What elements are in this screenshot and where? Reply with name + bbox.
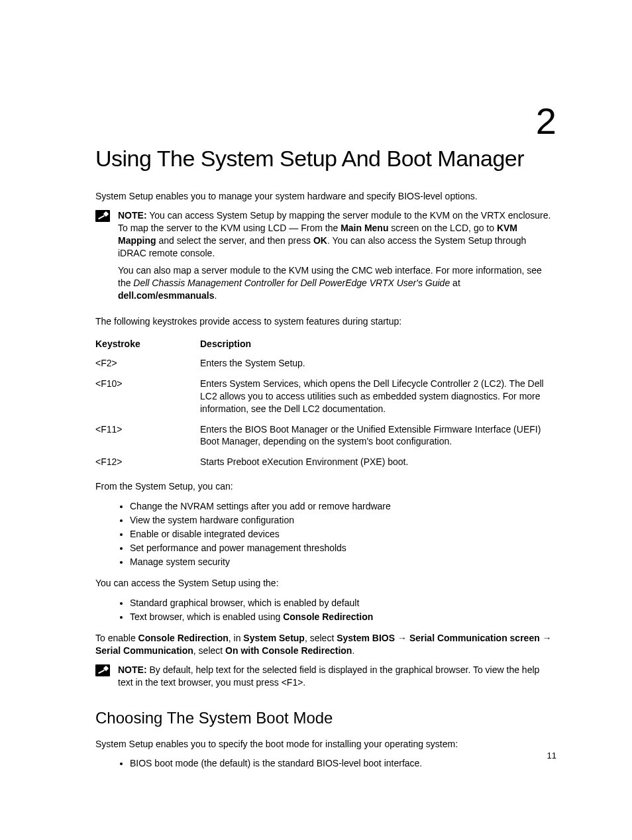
note-label: NOTE: bbox=[118, 664, 147, 675]
note-icon bbox=[95, 664, 110, 676]
document-page: 2 Using The System Setup And Boot Manage… bbox=[0, 0, 632, 840]
note1-line2b: at bbox=[450, 278, 460, 288]
cell-key: <F11> bbox=[95, 419, 200, 452]
list-item: Enable or disable integrated devices bbox=[130, 527, 556, 541]
note1-para1: NOTE: You can access System Setup by map… bbox=[118, 209, 556, 260]
chapter-number: 2 bbox=[536, 99, 556, 142]
arrow: → bbox=[395, 633, 409, 643]
console-redirection-bold: Console Redirection bbox=[138, 633, 229, 643]
cell-desc: Enters System Services, which opens the … bbox=[200, 374, 556, 419]
list-item: Set performance and power management thr… bbox=[130, 541, 556, 555]
setup-capabilities-list: Change the NVRAM settings after you add … bbox=[95, 499, 556, 569]
note-block-2: NOTE: By default, help text for the sele… bbox=[95, 664, 556, 694]
t: . bbox=[352, 645, 354, 656]
note1-period: . bbox=[215, 290, 217, 301]
doc-title-italic: Dell Chassis Management Controller for D… bbox=[133, 278, 450, 288]
list-item: Manage system security bbox=[130, 555, 556, 569]
main-menu-label: Main Menu bbox=[341, 223, 388, 233]
keystrokes-intro: The following keystrokes provide access … bbox=[95, 315, 556, 328]
table-header-row: Keystroke Description bbox=[95, 335, 556, 353]
th-keystroke: Keystroke bbox=[95, 335, 200, 353]
note-block-1: NOTE: You can access System Setup by map… bbox=[95, 209, 556, 307]
on-with-bold: On with Console Redirection bbox=[225, 645, 352, 656]
note-body: NOTE: By default, help text for the sele… bbox=[118, 664, 556, 694]
boot-mode-list: BIOS boot mode (the default) is the stan… bbox=[95, 757, 556, 770]
th-description: Description bbox=[200, 335, 556, 353]
cell-desc: Starts Preboot eXecution Environment (PX… bbox=[200, 452, 556, 472]
page-number: 11 bbox=[547, 751, 556, 761]
ok-label: OK bbox=[313, 235, 327, 246]
list-item: BIOS boot mode (the default) is the stan… bbox=[130, 757, 556, 770]
table-row: <F12> Starts Preboot eXecution Environme… bbox=[95, 452, 556, 472]
cell-key: <F12> bbox=[95, 452, 200, 472]
list-item: Change the NVRAM settings after you add … bbox=[130, 499, 556, 513]
cell-desc: Enters the System Setup. bbox=[200, 353, 556, 374]
esm-url: dell.com/esmmanuals bbox=[118, 290, 215, 301]
table-row: <F10> Enters System Services, which open… bbox=[95, 374, 556, 419]
note2-text: By default, help text for the selected f… bbox=[118, 664, 539, 688]
cell-key: <F2> bbox=[95, 353, 200, 374]
from-setup-para: From the System Setup, you can: bbox=[95, 480, 556, 493]
serial-screen-bold: Serial Communication screen bbox=[409, 633, 540, 643]
note1-text-c: and select the server, and then press bbox=[156, 235, 313, 246]
keystroke-table: Keystroke Description <F2> Enters the Sy… bbox=[95, 335, 556, 472]
bootmode-intro: System Setup enables you to specify the … bbox=[95, 738, 556, 751]
system-setup-bold: System Setup bbox=[243, 633, 305, 643]
system-bios-bold: System BIOS bbox=[337, 633, 395, 643]
access-methods-list: Standard graphical browser, which is ena… bbox=[95, 596, 556, 624]
note-icon bbox=[95, 210, 110, 222]
enable-console-para: To enable Console Redirection, in System… bbox=[95, 632, 556, 657]
cell-key: <F10> bbox=[95, 374, 200, 419]
console-redir-bold: Console Redirection bbox=[283, 611, 373, 622]
t: , select bbox=[305, 633, 337, 643]
list-item: View the system hardware configuration bbox=[130, 513, 556, 527]
note-body: NOTE: You can access System Setup by map… bbox=[118, 209, 556, 307]
note1-text-b: screen on the LCD, go to bbox=[388, 223, 496, 233]
t: , select bbox=[193, 645, 225, 656]
t: , in bbox=[229, 633, 244, 643]
section-heading-boot-mode: Choosing The System Boot Mode bbox=[95, 709, 556, 727]
cell-desc: Enters the BIOS Boot Manager or the Unif… bbox=[200, 419, 556, 452]
note1-para2: You can also map a server module to the … bbox=[118, 264, 556, 302]
table-row: <F11> Enters the BIOS Boot Manager or th… bbox=[95, 419, 556, 452]
t: To enable bbox=[95, 633, 138, 643]
access-b2-a: Text browser, which is enabled using bbox=[130, 611, 283, 622]
intro-paragraph: System Setup enables you to manage your … bbox=[95, 190, 556, 203]
list-item: Text browser, which is enabled using Con… bbox=[130, 610, 556, 624]
serial-comm-bold: Serial Communication bbox=[95, 645, 193, 656]
page-title: Using The System Setup And Boot Manager bbox=[95, 146, 556, 172]
access-setup-para: You can access the System Setup using th… bbox=[95, 577, 556, 590]
note-label: NOTE: bbox=[118, 210, 147, 221]
table-row: <F2> Enters the System Setup. bbox=[95, 353, 556, 374]
list-item: Standard graphical browser, which is ena… bbox=[130, 596, 556, 610]
arrow: → bbox=[540, 633, 552, 643]
note2-para: NOTE: By default, help text for the sele… bbox=[118, 664, 556, 689]
